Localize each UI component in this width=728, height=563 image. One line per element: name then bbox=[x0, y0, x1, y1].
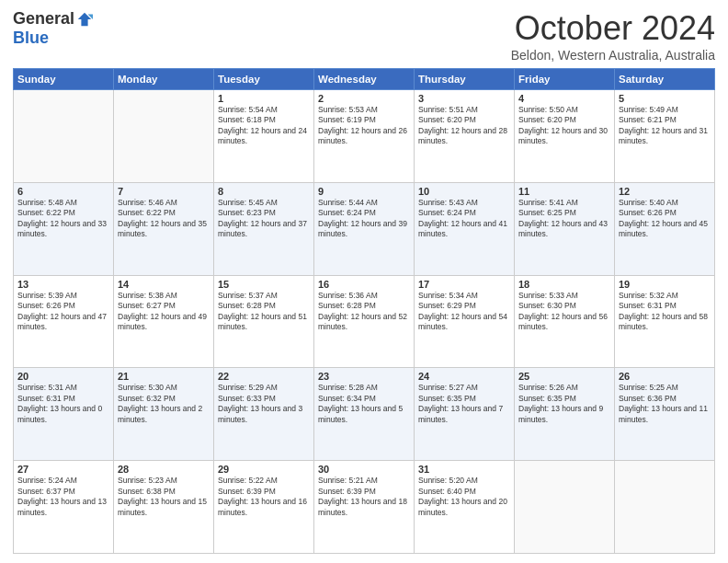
day-info: Sunrise: 5:50 AM Sunset: 6:20 PM Dayligh… bbox=[518, 105, 610, 147]
calendar-cell: 14Sunrise: 5:38 AM Sunset: 6:27 PM Dayli… bbox=[114, 275, 214, 368]
day-number: 9 bbox=[318, 186, 410, 197]
day-info: Sunrise: 5:44 AM Sunset: 6:24 PM Dayligh… bbox=[318, 198, 410, 240]
day-info: Sunrise: 5:39 AM Sunset: 6:26 PM Dayligh… bbox=[17, 291, 109, 333]
day-info: Sunrise: 5:30 AM Sunset: 6:32 PM Dayligh… bbox=[118, 383, 210, 425]
calendar-cell: 16Sunrise: 5:36 AM Sunset: 6:28 PM Dayli… bbox=[314, 275, 415, 368]
day-number: 5 bbox=[619, 93, 711, 104]
day-info: Sunrise: 5:26 AM Sunset: 6:35 PM Dayligh… bbox=[518, 383, 610, 425]
calendar-cell: 2Sunrise: 5:53 AM Sunset: 6:19 PM Daylig… bbox=[314, 90, 415, 183]
month-title: October 2024 bbox=[511, 9, 715, 48]
day-number: 2 bbox=[318, 93, 410, 104]
day-number: 7 bbox=[118, 186, 210, 197]
calendar-cell: 21Sunrise: 5:30 AM Sunset: 6:32 PM Dayli… bbox=[114, 368, 214, 461]
calendar-cell: 10Sunrise: 5:43 AM Sunset: 6:24 PM Dayli… bbox=[415, 182, 515, 275]
day-info: Sunrise: 5:33 AM Sunset: 6:30 PM Dayligh… bbox=[518, 291, 610, 333]
day-info: Sunrise: 5:22 AM Sunset: 6:39 PM Dayligh… bbox=[218, 476, 310, 518]
day-info: Sunrise: 5:51 AM Sunset: 6:20 PM Dayligh… bbox=[418, 105, 510, 147]
day-number: 17 bbox=[418, 279, 510, 290]
day-number: 30 bbox=[318, 464, 410, 475]
calendar-header-row: SundayMondayTuesdayWednesdayThursdayFrid… bbox=[14, 69, 715, 90]
calendar-cell bbox=[515, 461, 615, 554]
day-info: Sunrise: 5:21 AM Sunset: 6:39 PM Dayligh… bbox=[318, 476, 410, 518]
calendar-cell: 25Sunrise: 5:26 AM Sunset: 6:35 PM Dayli… bbox=[515, 368, 615, 461]
calendar-cell: 26Sunrise: 5:25 AM Sunset: 6:36 PM Dayli… bbox=[615, 368, 715, 461]
logo-icon bbox=[76, 11, 93, 28]
calendar-cell bbox=[114, 90, 214, 183]
day-number: 23 bbox=[318, 371, 410, 382]
calendar-cell: 17Sunrise: 5:34 AM Sunset: 6:29 PM Dayli… bbox=[415, 275, 515, 368]
calendar-cell: 13Sunrise: 5:39 AM Sunset: 6:26 PM Dayli… bbox=[14, 275, 114, 368]
day-info: Sunrise: 5:36 AM Sunset: 6:28 PM Dayligh… bbox=[318, 291, 410, 333]
day-info: Sunrise: 5:31 AM Sunset: 6:31 PM Dayligh… bbox=[17, 383, 109, 425]
calendar-day-header: Thursday bbox=[415, 69, 515, 90]
logo-general: General bbox=[13, 9, 74, 29]
calendar-cell: 5Sunrise: 5:49 AM Sunset: 6:21 PM Daylig… bbox=[615, 90, 715, 183]
logo-blue: Blue bbox=[13, 29, 49, 48]
calendar-cell: 19Sunrise: 5:32 AM Sunset: 6:31 PM Dayli… bbox=[615, 275, 715, 368]
day-number: 15 bbox=[218, 279, 310, 290]
day-info: Sunrise: 5:38 AM Sunset: 6:27 PM Dayligh… bbox=[118, 291, 210, 333]
page: General Blue October 2024 Beldon, Wester… bbox=[0, 0, 728, 563]
day-number: 28 bbox=[118, 464, 210, 475]
calendar-week-row: 20Sunrise: 5:31 AM Sunset: 6:31 PM Dayli… bbox=[14, 368, 715, 461]
calendar-week-row: 6Sunrise: 5:48 AM Sunset: 6:22 PM Daylig… bbox=[14, 182, 715, 275]
calendar-cell: 1Sunrise: 5:54 AM Sunset: 6:18 PM Daylig… bbox=[214, 90, 314, 183]
day-number: 8 bbox=[218, 186, 310, 197]
day-info: Sunrise: 5:27 AM Sunset: 6:35 PM Dayligh… bbox=[418, 383, 510, 425]
day-number: 19 bbox=[619, 279, 711, 290]
calendar-week-row: 27Sunrise: 5:24 AM Sunset: 6:37 PM Dayli… bbox=[14, 461, 715, 554]
calendar-cell: 3Sunrise: 5:51 AM Sunset: 6:20 PM Daylig… bbox=[415, 90, 515, 183]
day-number: 11 bbox=[518, 186, 610, 197]
calendar-day-header: Tuesday bbox=[214, 69, 314, 90]
day-info: Sunrise: 5:34 AM Sunset: 6:29 PM Dayligh… bbox=[418, 291, 510, 333]
calendar-table: SundayMondayTuesdayWednesdayThursdayFrid… bbox=[13, 68, 715, 554]
calendar-cell bbox=[615, 461, 715, 554]
day-info: Sunrise: 5:20 AM Sunset: 6:40 PM Dayligh… bbox=[418, 476, 510, 518]
day-number: 29 bbox=[218, 464, 310, 475]
calendar-day-header: Saturday bbox=[615, 69, 715, 90]
day-info: Sunrise: 5:46 AM Sunset: 6:22 PM Dayligh… bbox=[118, 198, 210, 240]
calendar-cell: 18Sunrise: 5:33 AM Sunset: 6:30 PM Dayli… bbox=[515, 275, 615, 368]
day-info: Sunrise: 5:40 AM Sunset: 6:26 PM Dayligh… bbox=[619, 198, 711, 240]
calendar-cell: 27Sunrise: 5:24 AM Sunset: 6:37 PM Dayli… bbox=[14, 461, 114, 554]
day-info: Sunrise: 5:43 AM Sunset: 6:24 PM Dayligh… bbox=[418, 198, 510, 240]
calendar-cell: 22Sunrise: 5:29 AM Sunset: 6:33 PM Dayli… bbox=[214, 368, 314, 461]
calendar-week-row: 13Sunrise: 5:39 AM Sunset: 6:26 PM Dayli… bbox=[14, 275, 715, 368]
day-number: 20 bbox=[17, 371, 109, 382]
day-number: 6 bbox=[17, 186, 109, 197]
calendar-cell: 6Sunrise: 5:48 AM Sunset: 6:22 PM Daylig… bbox=[14, 182, 114, 275]
day-number: 21 bbox=[118, 371, 210, 382]
day-info: Sunrise: 5:32 AM Sunset: 6:31 PM Dayligh… bbox=[619, 291, 711, 333]
day-info: Sunrise: 5:48 AM Sunset: 6:22 PM Dayligh… bbox=[17, 198, 109, 240]
day-number: 18 bbox=[518, 279, 610, 290]
day-info: Sunrise: 5:25 AM Sunset: 6:36 PM Dayligh… bbox=[619, 383, 711, 425]
calendar-cell: 12Sunrise: 5:40 AM Sunset: 6:26 PM Dayli… bbox=[615, 182, 715, 275]
day-number: 10 bbox=[418, 186, 510, 197]
day-number: 3 bbox=[418, 93, 510, 104]
calendar-cell: 29Sunrise: 5:22 AM Sunset: 6:39 PM Dayli… bbox=[214, 461, 314, 554]
day-number: 1 bbox=[218, 93, 310, 104]
calendar-cell: 30Sunrise: 5:21 AM Sunset: 6:39 PM Dayli… bbox=[314, 461, 415, 554]
day-number: 31 bbox=[418, 464, 510, 475]
day-info: Sunrise: 5:23 AM Sunset: 6:38 PM Dayligh… bbox=[118, 476, 210, 518]
day-number: 22 bbox=[218, 371, 310, 382]
calendar-day-header: Sunday bbox=[14, 69, 114, 90]
day-info: Sunrise: 5:54 AM Sunset: 6:18 PM Dayligh… bbox=[218, 105, 310, 147]
calendar-cell: 24Sunrise: 5:27 AM Sunset: 6:35 PM Dayli… bbox=[415, 368, 515, 461]
day-number: 25 bbox=[518, 371, 610, 382]
title-block: October 2024 Beldon, Western Australia, … bbox=[511, 9, 715, 63]
header: General Blue October 2024 Beldon, Wester… bbox=[13, 9, 715, 63]
calendar-day-header: Monday bbox=[114, 69, 214, 90]
day-info: Sunrise: 5:41 AM Sunset: 6:25 PM Dayligh… bbox=[518, 198, 610, 240]
calendar-cell: 20Sunrise: 5:31 AM Sunset: 6:31 PM Dayli… bbox=[14, 368, 114, 461]
calendar-cell: 23Sunrise: 5:28 AM Sunset: 6:34 PM Dayli… bbox=[314, 368, 415, 461]
calendar-cell bbox=[14, 90, 114, 183]
calendar-cell: 8Sunrise: 5:45 AM Sunset: 6:23 PM Daylig… bbox=[214, 182, 314, 275]
calendar-cell: 9Sunrise: 5:44 AM Sunset: 6:24 PM Daylig… bbox=[314, 182, 415, 275]
day-number: 14 bbox=[118, 279, 210, 290]
logo: General Blue bbox=[13, 9, 93, 48]
calendar-cell: 31Sunrise: 5:20 AM Sunset: 6:40 PM Dayli… bbox=[415, 461, 515, 554]
day-number: 13 bbox=[17, 279, 109, 290]
day-number: 16 bbox=[318, 279, 410, 290]
calendar-cell: 7Sunrise: 5:46 AM Sunset: 6:22 PM Daylig… bbox=[114, 182, 214, 275]
